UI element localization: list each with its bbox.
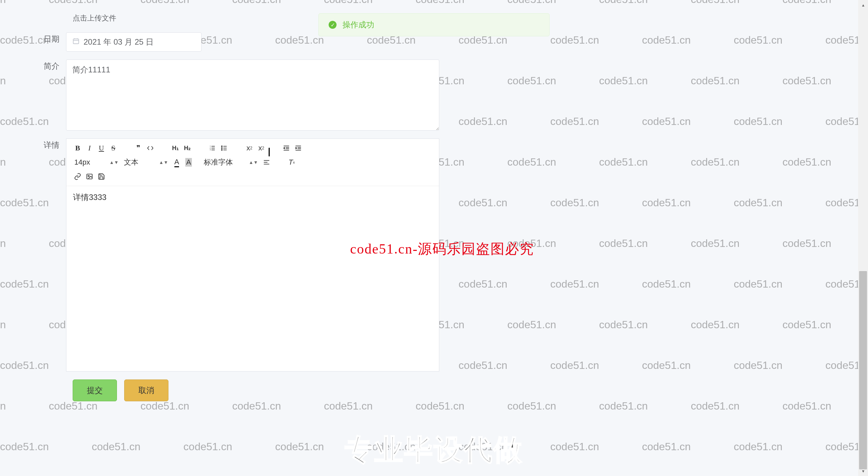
editor-content[interactable]: 详情3333 [66,186,439,371]
cancel-button[interactable]: 取消 [124,380,168,401]
svg-point-28 [88,175,89,177]
unordered-list-button[interactable] [218,142,230,154]
underline-button[interactable]: U [95,142,107,154]
svg-point-13 [221,146,222,147]
check-circle-icon: ✓ [329,21,337,29]
subscript-button[interactable]: x2 [243,142,255,154]
chevron-updown-icon: ▲▼ [249,160,258,165]
bold-button[interactable]: B [72,142,84,154]
highlight-color-button[interactable]: A [183,156,194,168]
scroll-thumb[interactable] [859,271,867,469]
clear-format-button[interactable]: Tx [286,156,298,168]
text-color-button[interactable]: A [171,156,183,168]
chevron-updown-icon: ▲▼ [159,160,168,165]
save-button[interactable] [95,171,107,182]
scroll-up-icon[interactable]: ▴ [858,0,868,10]
date-input[interactable]: 2021 年 03 月 25 日 [66,32,202,52]
ordered-list-button[interactable]: 123 [207,142,218,154]
scrollbar[interactable]: ▴ ▾ [858,0,868,476]
h1-button[interactable]: H₁ [169,142,181,154]
italic-button[interactable]: I [84,142,95,154]
date-value: 2021 年 03 月 25 日 [84,37,154,47]
intro-textarea[interactable] [66,59,439,130]
text-cursor-icon: I [268,145,271,159]
strike-button[interactable]: S [107,142,119,154]
font-size-select[interactable]: 14px▲▼ [72,157,121,168]
scroll-down-icon[interactable]: ▾ [858,466,868,476]
link-button[interactable] [72,171,84,182]
blockquote-button[interactable]: ❞ [132,142,144,154]
bottom-caption: 专业毕设代做 [345,431,523,469]
intro-label: 简介 [40,59,66,73]
h2-button[interactable]: H₂ [181,142,193,154]
calendar-icon [72,37,80,47]
outdent-button[interactable] [280,142,292,154]
superscript-button[interactable]: x2 [255,142,267,154]
toast-text: 操作成功 [342,20,374,30]
svg-text:3: 3 [210,148,211,151]
rich-editor: B I U S ❞ H₁ H₂ 123 [66,139,439,371]
font-family-select[interactable]: 标准字体▲▼ [201,156,260,169]
svg-point-14 [221,148,222,149]
submit-button[interactable]: 提交 [73,380,117,401]
date-label: 日期 [40,32,66,46]
svg-rect-0 [73,39,79,44]
chevron-updown-icon: ▲▼ [109,160,119,165]
detail-label: 详情 [40,139,66,152]
block-type-select[interactable]: 文本▲▼ [121,156,171,169]
svg-point-15 [221,149,222,150]
toast-success: ✓ 操作成功 [318,13,550,36]
editor-toolbar: B I U S ❞ H₁ H₂ 123 [66,139,439,186]
image-button[interactable] [84,171,95,182]
indent-button[interactable] [292,142,304,154]
code-block-button[interactable] [144,142,156,154]
